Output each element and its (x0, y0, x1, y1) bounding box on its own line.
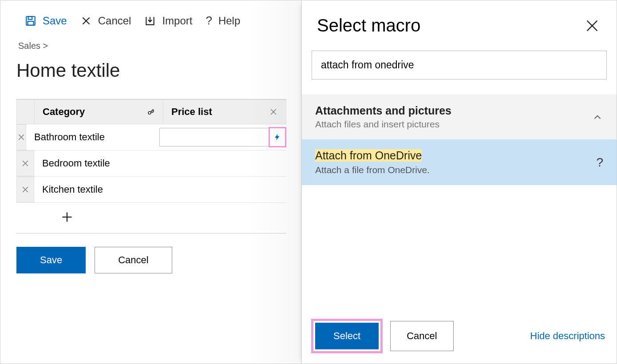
key-icon (147, 108, 155, 116)
toolbar: Save Cancel Import ? Help (0, 5, 302, 41)
select-macro-panel: Select macro Attachments and pictures At… (301, 0, 617, 364)
panel-header: Select macro (302, 0, 617, 46)
close-panel-button[interactable] (585, 18, 600, 33)
import-label: Import (162, 15, 192, 27)
macro-item-title: Attach from OneDrive (315, 149, 430, 162)
column-category-label: Category (43, 106, 85, 118)
save-button[interactable]: Save (25, 15, 67, 27)
add-row (16, 203, 286, 233)
lightning-icon (273, 132, 281, 142)
macro-group-header[interactable]: Attachments and pictures Attach files an… (302, 95, 617, 139)
close-icon (80, 15, 92, 27)
main-area: Save Cancel Import ? Help Sales > Home t… (0, 0, 302, 364)
help-button[interactable]: ? Help (206, 14, 240, 28)
save-primary-button[interactable]: Save (16, 247, 86, 273)
breadcrumb[interactable]: Sales > (0, 41, 302, 51)
panel-cancel-button[interactable]: Cancel (390, 321, 453, 351)
close-icon (21, 159, 30, 168)
svg-rect-1 (28, 16, 32, 20)
macro-item-description: Attach a file from OneDrive. (315, 165, 430, 175)
chevron-up-icon (592, 111, 603, 123)
svg-rect-2 (28, 21, 34, 25)
breadcrumb-separator: > (43, 41, 48, 51)
cancel-button[interactable]: Cancel (80, 15, 131, 27)
search-box (312, 51, 607, 79)
cancel-label: Cancel (98, 15, 131, 27)
panel-title: Select macro (317, 16, 420, 36)
delete-row-button[interactable] (16, 124, 26, 150)
category-grid: Category Price list Bathroom textile (16, 99, 286, 233)
delete-row-button[interactable] (16, 177, 34, 202)
save-label: Save (43, 15, 67, 27)
clear-column-icon[interactable] (269, 107, 278, 116)
table-row: Bathroom textile (16, 124, 286, 150)
price-input[interactable] (160, 128, 270, 146)
help-icon: ? (206, 14, 212, 28)
delete-row-button[interactable] (16, 150, 34, 176)
plus-icon[interactable] (61, 211, 73, 223)
close-icon (17, 133, 26, 142)
category-cell[interactable]: Bathroom textile (26, 125, 155, 149)
select-button[interactable]: Select (315, 323, 379, 349)
column-category[interactable]: Category (35, 100, 163, 124)
table-row: Kitchen textile (16, 177, 286, 203)
category-cell[interactable]: Bedroom textile (34, 151, 163, 175)
import-button[interactable]: Import (144, 15, 192, 27)
hide-descriptions-link[interactable]: Hide descriptions (530, 330, 605, 342)
header-blank-cell (17, 100, 35, 124)
import-icon (144, 15, 156, 27)
macro-item-attach-onedrive[interactable]: Attach from OneDrive Attach a file from … (302, 139, 617, 185)
macro-search-input[interactable] (312, 51, 607, 79)
macro-bolt-button[interactable] (270, 128, 285, 146)
button-row: Save Cancel (0, 233, 302, 287)
breadcrumb-parent: Sales (18, 41, 40, 51)
save-icon (25, 15, 36, 27)
svg-point-5 (148, 111, 151, 114)
close-icon (21, 185, 30, 194)
table-row: Bedroom textile (16, 150, 286, 177)
group-title: Attachments and pictures (315, 104, 451, 117)
column-price-list[interactable]: Price list (163, 100, 286, 124)
price-field (159, 128, 285, 146)
macro-help-icon[interactable]: ? (596, 155, 603, 170)
page-title: Home textile (0, 60, 302, 81)
cancel-secondary-button[interactable]: Cancel (95, 247, 172, 273)
panel-footer: Select Cancel Hide descriptions (302, 309, 617, 364)
help-label: Help (218, 15, 240, 27)
category-cell[interactable]: Kitchen textile (34, 178, 163, 202)
grid-header: Category Price list (16, 99, 286, 124)
column-price-label: Price list (171, 106, 212, 118)
group-description: Attach files and insert pictures (315, 119, 451, 130)
